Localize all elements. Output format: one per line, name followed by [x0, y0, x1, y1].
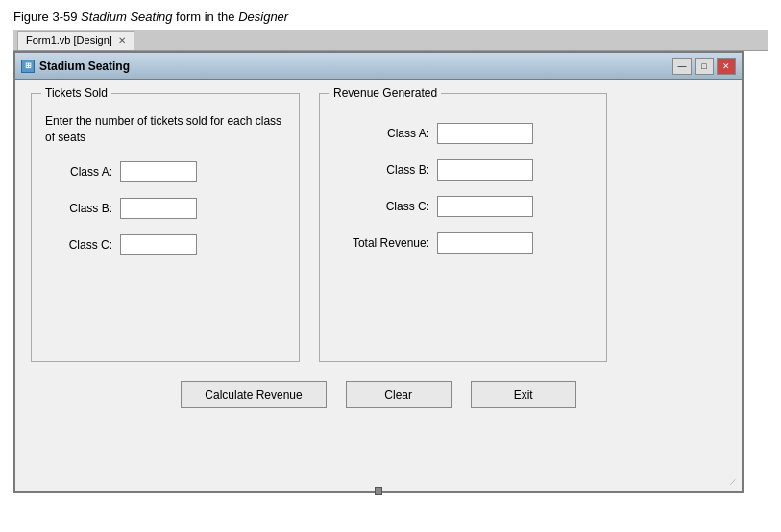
- minimize-button[interactable]: —: [672, 58, 692, 75]
- buttons-row: Calculate Revenue Clear Exit: [31, 381, 726, 418]
- tab-close-icon[interactable]: ✕: [118, 36, 126, 46]
- class-a-revenue-input[interactable]: [437, 123, 533, 144]
- total-revenue-input[interactable]: [437, 232, 533, 254]
- exit-button[interactable]: Exit: [471, 381, 576, 408]
- class-a-input[interactable]: [120, 161, 197, 182]
- tab-label: Form1.vb [Design]: [26, 35, 112, 46]
- class-c-label-right: Class C:: [333, 200, 429, 213]
- window-app-icon: ⊞: [21, 60, 35, 73]
- class-c-row-right: Class C:: [333, 196, 593, 217]
- close-button[interactable]: ✕: [717, 58, 736, 75]
- revenue-generated-label: Revenue Generated: [329, 86, 441, 100]
- class-b-row-left: Class B:: [45, 198, 285, 219]
- window-bottom-handle[interactable]: [375, 487, 382, 495]
- restore-button[interactable]: □: [695, 58, 714, 75]
- class-c-revenue-input[interactable]: [437, 196, 533, 217]
- class-b-revenue-input[interactable]: [437, 159, 533, 181]
- form1-tab[interactable]: Form1.vb [Design] ✕: [17, 31, 134, 50]
- class-a-row-left: Class A:: [45, 161, 285, 182]
- total-revenue-label: Total Revenue:: [333, 236, 429, 250]
- class-c-row-left: Class C:: [45, 234, 285, 255]
- class-c-input[interactable]: [120, 234, 197, 255]
- window-title-text: Stadium Seating: [39, 60, 130, 73]
- designer-window: ⊞ Stadium Seating — □ ✕ Tickets Sold Ent…: [13, 51, 744, 493]
- window-titlebar: ⊞ Stadium Seating — □ ✕: [15, 53, 742, 80]
- revenue-generated-panel: Revenue Generated Class A: Class B: Clas…: [319, 93, 607, 362]
- page-wrapper: Figure 3-59 Stadium Seating form in the …: [0, 0, 781, 502]
- clear-button[interactable]: Clear: [346, 381, 452, 408]
- window-title-left: ⊞ Stadium Seating: [21, 60, 130, 73]
- total-revenue-row: Total Revenue:: [333, 232, 593, 254]
- resize-handle-icon[interactable]: ⟋: [728, 477, 738, 487]
- figure-title-italic: Stadium Seating: [81, 10, 172, 24]
- tickets-sold-panel: Tickets Sold Enter the number of tickets…: [31, 93, 300, 362]
- calculate-revenue-button[interactable]: Calculate Revenue: [181, 381, 326, 408]
- panels-row: Tickets Sold Enter the number of tickets…: [31, 93, 726, 362]
- class-a-label-right: Class A:: [333, 127, 429, 140]
- figure-title-suffix: form in the: [173, 10, 239, 24]
- class-a-row-right: Class A:: [333, 123, 593, 144]
- class-b-input[interactable]: [120, 198, 197, 219]
- figure-title-italic2: Designer: [238, 10, 288, 24]
- class-b-label-right: Class B:: [333, 163, 429, 177]
- panel-description: Enter the number of tickets sold for eac…: [45, 113, 285, 146]
- class-b-row-right: Class B:: [333, 159, 593, 181]
- class-a-label-left: Class A:: [45, 165, 112, 179]
- window-controls: — □ ✕: [672, 58, 736, 75]
- figure-title: Figure 3-59 Stadium Seating form in the …: [13, 10, 768, 24]
- class-c-label-left: Class C:: [45, 238, 112, 252]
- tickets-sold-label: Tickets Sold: [41, 86, 111, 100]
- form-content: Tickets Sold Enter the number of tickets…: [15, 80, 742, 431]
- figure-title-prefix: Figure 3-59: [13, 10, 81, 24]
- tab-bar: Form1.vb [Design] ✕: [13, 30, 768, 51]
- class-b-label-left: Class B:: [45, 202, 112, 215]
